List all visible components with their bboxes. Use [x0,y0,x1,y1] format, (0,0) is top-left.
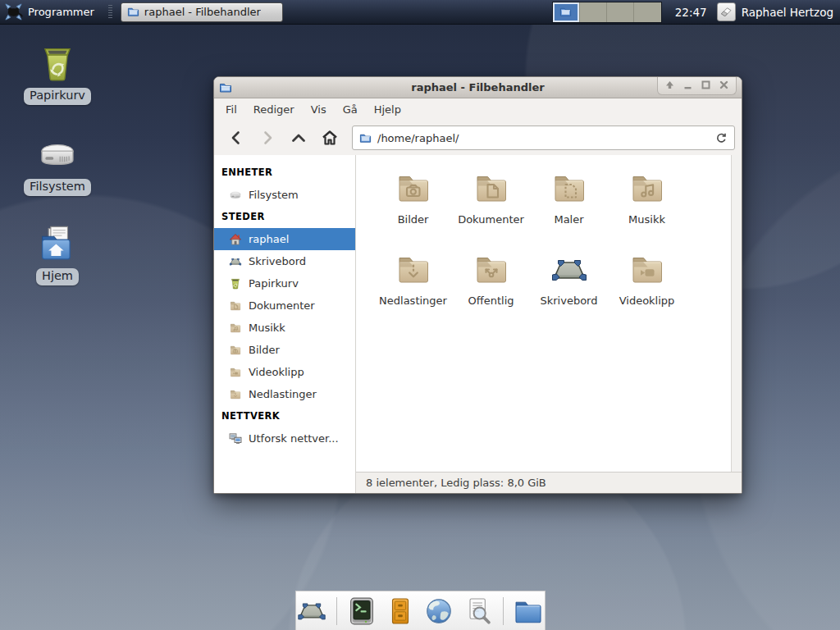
search-files-launcher[interactable] [462,595,495,628]
desktop-icon-label: Hjem [36,268,79,285]
folder-videos-icon [628,250,667,290]
desktop-icon-trash[interactable]: Papirkurv [23,43,92,105]
path-folder-icon [359,132,372,144]
show-desktop-icon [296,596,327,627]
sidebar-item-pictures[interactable]: Bilder [214,339,355,361]
status-text: 8 ielementer, Ledig plass: 8,0 GiB [366,477,546,489]
folder-pictures-icon [394,169,433,208]
path-value[interactable]: /home/raphael/ [377,132,710,144]
window-icon [219,81,232,94]
home-folder-icon [36,223,79,266]
trash-icon [229,277,242,290]
forward-button[interactable] [253,126,281,150]
menu-go[interactable]: Gå [335,100,366,119]
sidebar: ENHETER Filsystem STEDER raphael Skriveb… [214,155,356,493]
taskbar-window-label: raphael - Filbehandler [144,6,261,18]
home-icon [229,233,242,246]
file-cabinet-launcher[interactable] [385,595,417,628]
folder-downloads-icon [394,250,433,290]
workspace-2[interactable] [580,2,607,22]
clock: 22:47 [675,6,707,19]
tasklist-grip [108,5,112,20]
maximize-button[interactable] [701,80,711,90]
toolbar: /home/raphael/ [214,121,742,155]
folder-music-icon [229,322,242,335]
workspace-window-icon [559,6,572,18]
desktop-icon-home[interactable]: Hjem [23,223,92,285]
menu-edit[interactable]: Rediger [245,100,303,119]
file-manager-icon [512,595,545,628]
sidebar-item-music[interactable]: Musikk [214,317,355,339]
workspace-4[interactable] [634,2,661,22]
folder-videos-icon [229,366,242,379]
caption-buttons [657,77,737,95]
window-folder-icon [127,6,139,18]
sidebar-header-network: NETTVERK [214,405,355,427]
dock-panel [295,591,546,630]
menu-file[interactable]: Fil [217,100,245,119]
home-icon [321,129,339,147]
menu-help[interactable]: Hjelp [366,100,409,119]
menu-view[interactable]: Vis [303,100,335,119]
eraser-icon [719,5,733,20]
file-item-desktop[interactable]: Skrivebord [530,250,608,331]
status-bar: 8 ielementer, Ledig plass: 8,0 GiB [356,472,742,493]
up-button[interactable] [285,126,313,150]
sidebar-item-downloads[interactable]: Nedlastinger [214,383,355,405]
dock-separator [503,597,504,625]
file-item-music[interactable]: Musikk [608,169,686,250]
titlebar[interactable]: raphael - Filbehandler [214,77,742,98]
sidebar-item-home[interactable]: raphael [214,228,355,250]
workspace-3[interactable] [607,2,634,22]
path-bar[interactable]: /home/raphael/ [352,126,735,150]
file-manager-launcher[interactable] [512,595,545,628]
sidebar-item-filesystem[interactable]: Filsystem [214,184,355,206]
desktop-icon-label: Filsystem [24,179,91,196]
file-item-public[interactable]: Offentlig [452,250,530,331]
workspace-1[interactable] [553,2,580,22]
applications-menu-label: Programmer [28,6,94,18]
user-name: Raphael Hertzog [742,6,833,19]
network-icon [229,432,242,445]
show-desktop-button[interactable] [296,595,328,628]
folder-documents-icon [472,169,511,208]
applications-menu[interactable]: Programmer [4,2,94,21]
web-browser-launcher[interactable] [422,595,455,628]
file-manager-window: raphael - Filbehandler Fil Rediger Vis G… [213,76,742,494]
terminal-launcher[interactable] [345,595,378,628]
sidebar-item-browse-network[interactable]: Utforsk nettver... [214,427,355,450]
file-item-downloads[interactable]: Nedlastinger [374,250,452,331]
user-action-button[interactable] [717,2,736,21]
file-item-videos[interactable]: Videoklipp [608,250,686,331]
sidebar-item-trash[interactable]: Papirkurv [214,272,355,294]
dock-separator [336,597,337,625]
desktop-icon-label: Papirkurv [24,88,91,105]
forward-icon [259,130,276,146]
folder-pictures-icon [229,344,242,357]
reload-icon[interactable] [715,132,728,144]
taskbar-window-button[interactable]: raphael - Filbehandler [121,2,283,22]
desktop-icon-filesystem[interactable]: Filsystem [23,134,92,196]
sidebar-item-desktop[interactable]: Skrivebord [214,250,355,272]
drive-icon [229,189,242,202]
home-button[interactable] [316,126,344,150]
file-item-templates[interactable]: Maler [530,169,608,250]
vertical-scrollbar[interactable] [731,155,742,472]
minimize-button[interactable] [682,80,693,90]
drive-icon [36,134,79,176]
trash-icon [36,43,79,85]
file-item-pictures[interactable]: Bilder [374,169,452,250]
folder-public-icon [472,250,511,290]
file-grid: Bilder Dokumenter Maler Musikk [356,155,731,472]
sidebar-item-documents[interactable]: Dokumenter [214,294,355,317]
back-button[interactable] [222,126,250,150]
sidebar-header-places: STEDER [214,206,355,228]
terminal-icon [345,595,378,628]
desktop-icon [550,250,589,290]
shade-button[interactable] [664,80,675,90]
close-button[interactable] [719,80,729,90]
sidebar-item-videos[interactable]: Videoklipp [214,361,355,383]
folder-downloads-icon [229,388,242,401]
file-item-documents[interactable]: Dokumenter [452,169,530,250]
sidebar-header-devices: ENHETER [214,162,355,184]
